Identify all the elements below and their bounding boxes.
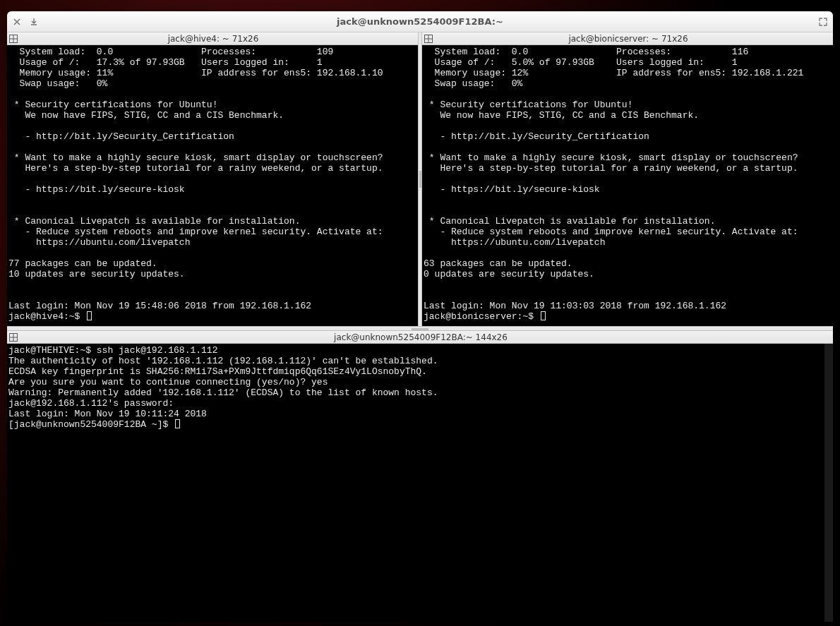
motd-text: System load: 0.0 Processes: 116 Usage of… — [424, 47, 803, 311]
window-title: jack@unknown5254009F12BA:~ — [61, 16, 779, 27]
close-icon[interactable] — [11, 16, 23, 28]
terminal-output[interactable]: jack@THEHIVE:~$ ssh jack@192.168.1.112 T… — [7, 344, 824, 622]
pane-header[interactable]: jack@unknown5254009F12BA:~ 144x26 — [7, 331, 833, 344]
cursor-icon — [87, 311, 92, 320]
terminal-output[interactable]: System load: 0.0 Processes: 116 Usage of… — [422, 45, 833, 326]
shell-prompt: [jack@unknown5254009F12BA ~]$ — [8, 419, 168, 430]
top-panes-row: jack@hive4: ~ 71x26 System load: 0.0 Pro… — [7, 32, 833, 326]
shell-prompt: jack@bionicserver:~$ — [424, 311, 534, 322]
cursor-icon — [175, 419, 180, 428]
pane-title: jack@unknown5254009F12BA:~ 144x26 — [23, 332, 833, 342]
titlebar[interactable]: jack@unknown5254009F12BA:~ — [7, 11, 833, 32]
maximize-icon[interactable] — [817, 16, 829, 28]
pane-bottom: jack@unknown5254009F12BA:~ 144x26 jack@T… — [7, 331, 833, 622]
cursor-icon — [541, 311, 546, 320]
terminal-window: jack@unknown5254009F12BA:~ jack@hive4: ~… — [7, 11, 833, 622]
pane-top-left: jack@hive4: ~ 71x26 System load: 0.0 Pro… — [7, 32, 418, 326]
split-grid-icon[interactable] — [424, 34, 433, 44]
pane-title: jack@hive4: ~ 71x26 — [23, 34, 418, 44]
pane-title: jack@bionicserver: ~ 71x26 — [438, 34, 833, 44]
download-icon[interactable] — [28, 16, 40, 28]
pane-top-right: jack@bionicserver: ~ 71x26 System load: … — [422, 32, 833, 326]
pane-header[interactable]: jack@hive4: ~ 71x26 — [7, 32, 418, 45]
session-text: jack@THEHIVE:~$ ssh jack@192.168.1.112 T… — [8, 345, 438, 419]
pane-header[interactable]: jack@bionicserver: ~ 71x26 — [422, 32, 833, 45]
motd-text: System load: 0.0 Processes: 109 Usage of… — [8, 47, 383, 311]
horizontal-splitter[interactable] — [7, 326, 833, 331]
split-grid-icon[interactable] — [8, 34, 18, 44]
terminal-output[interactable]: System load: 0.0 Processes: 109 Usage of… — [7, 45, 418, 326]
shell-prompt: jack@hive4:~$ — [8, 311, 80, 322]
scrollbar[interactable] — [824, 344, 833, 622]
split-grid-icon[interactable] — [8, 332, 18, 342]
